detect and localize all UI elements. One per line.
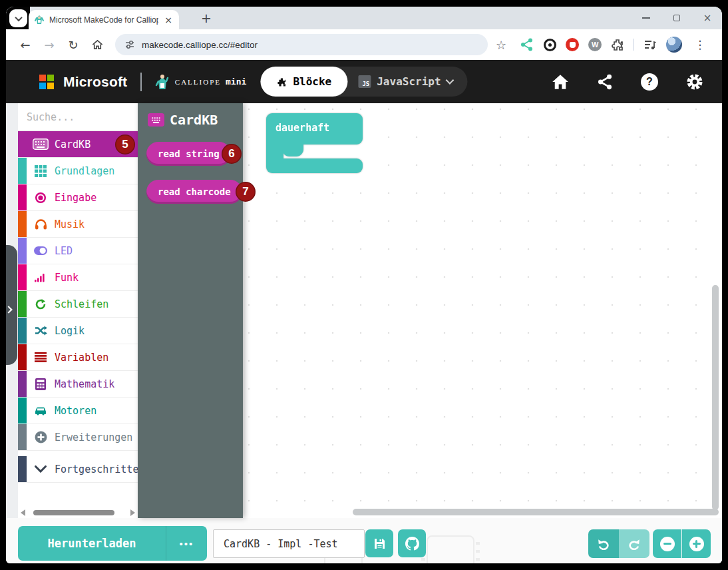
tab-close-button[interactable]: × xyxy=(163,15,174,25)
calliope-mini-wordmark: mini xyxy=(226,77,246,87)
shuffle-icon xyxy=(27,326,55,336)
settings-gear-icon[interactable] xyxy=(686,73,703,91)
scroll-right-arrow-icon[interactable] xyxy=(130,509,135,516)
tab-title: Microsoft MakeCode for Calliop xyxy=(49,15,158,25)
home-button[interactable] xyxy=(87,35,107,55)
sidebar-item-funk[interactable]: Funk xyxy=(18,264,138,291)
microsoft-logo-icon xyxy=(39,75,54,89)
search-input[interactable] xyxy=(18,111,138,123)
canvas-horizontal-scrollbar[interactable] xyxy=(353,509,719,515)
close-button[interactable]: × xyxy=(702,13,713,23)
sidebar-item-variablen[interactable]: Variablen xyxy=(18,344,138,371)
sidebar-item-erweiterungen[interactable]: Erweiterungen xyxy=(18,424,138,451)
wordpress-extension-icon[interactable]: W xyxy=(588,38,602,51)
reading-list-icon[interactable] xyxy=(643,38,657,51)
brand-area: Microsoft CALLIOPE mini xyxy=(39,73,246,91)
new-tab-button[interactable]: + xyxy=(198,9,215,27)
category-stripe xyxy=(18,131,27,157)
category-stripe xyxy=(18,291,27,317)
sidebar-item-motoren[interactable]: Motoren xyxy=(18,398,138,424)
bookmark-star-icon[interactable]: ☆ xyxy=(496,38,506,52)
tab-search-button[interactable] xyxy=(9,9,27,27)
sidebar-item-label: CardKB xyxy=(55,139,91,150)
adblock-extension-icon[interactable] xyxy=(566,38,579,51)
redo-button[interactable] xyxy=(619,529,649,558)
sidebar-item-eingabe[interactable]: Eingabe xyxy=(18,184,138,211)
help-icon[interactable]: ? xyxy=(641,73,658,91)
address-bar[interactable]: makecode.calliope.cc/#editor xyxy=(115,34,488,55)
authenticator-extension-icon[interactable] xyxy=(544,39,556,51)
category-stripe xyxy=(18,424,27,450)
tutorial-badge-6: 6 xyxy=(222,144,242,164)
sidebar-item-logik[interactable]: Logik xyxy=(18,318,138,344)
github-button[interactable] xyxy=(398,529,426,557)
sidebar-item-led[interactable]: LED xyxy=(18,238,138,264)
makecode-header: Microsoft CALLIOPE mini xyxy=(6,60,722,103)
js-icon: JS xyxy=(358,75,371,88)
zoom-in-button[interactable] xyxy=(682,529,711,558)
flyout-header: CardKB xyxy=(148,112,218,128)
block-read-string[interactable]: read string xyxy=(146,142,231,166)
browser-tab[interactable]: Microsoft MakeCode for Calliop × xyxy=(29,10,179,29)
back-button[interactable]: ← xyxy=(15,35,35,55)
maximize-button[interactable] xyxy=(671,13,682,23)
block-notch xyxy=(282,144,303,156)
simulator-expand-handle[interactable] xyxy=(6,245,17,365)
category-stripe xyxy=(18,264,27,290)
save-button[interactable] xyxy=(365,529,393,557)
sidebar-item-label: Funk xyxy=(55,272,79,284)
block-shape xyxy=(266,158,363,173)
download-more-button[interactable]: ••• xyxy=(166,526,207,561)
calliope-wordmark: CALLIOPE xyxy=(175,78,221,86)
minimize-button[interactable] xyxy=(641,13,651,23)
sidebar-item-musik[interactable]: Musik xyxy=(18,211,138,238)
calliope-brand: CALLIOPE mini xyxy=(155,73,246,91)
undo-button[interactable] xyxy=(588,529,619,558)
scroll-left-arrow-icon[interactable] xyxy=(21,509,25,516)
extensions-puzzle-icon[interactable] xyxy=(611,38,624,51)
maximize-icon xyxy=(673,15,680,21)
toolbox-flyout: CardKB read string 6 read charcode 7 xyxy=(138,103,243,518)
sidebar-item-schleifen[interactable]: Schleifen xyxy=(18,291,138,318)
minus-circle-icon xyxy=(660,537,675,551)
headphones-icon xyxy=(27,218,55,230)
blocks-tab-label: Blöcke xyxy=(293,75,331,88)
category-stripe xyxy=(18,318,27,344)
download-label: Herunterladen xyxy=(18,526,166,561)
reload-button[interactable]: ↻ xyxy=(63,35,83,55)
sidebar-item-grundlagen[interactable]: Grundlagen xyxy=(18,158,138,184)
calliope-logo-icon xyxy=(155,73,170,91)
home-icon[interactable] xyxy=(552,74,569,90)
share-extension-icon[interactable] xyxy=(520,37,534,52)
sidebar-horizontal-scrollbar[interactable] xyxy=(18,507,138,518)
javascript-tab[interactable]: JS JavaScript xyxy=(347,75,467,88)
sidebar-item-label: Logik xyxy=(55,325,85,337)
save-floppy-icon xyxy=(373,537,386,550)
editor-mode-toggle: Blöcke JS JavaScript xyxy=(260,67,467,97)
toolbox-search[interactable] xyxy=(18,103,138,131)
sidebar-item-fortgeschritten[interactable]: Fortgeschritten xyxy=(18,456,138,483)
profile-avatar[interactable] xyxy=(666,37,682,53)
toolbar-divider xyxy=(634,39,634,51)
zoom-out-button[interactable] xyxy=(653,529,681,558)
block-read-charcode[interactable]: read charcode xyxy=(146,180,242,204)
share-icon[interactable] xyxy=(597,74,613,90)
chevron-down-icon xyxy=(27,465,55,473)
sidebar-item-mathematik[interactable]: Mathematik xyxy=(18,371,138,398)
microsoft-wordmark: Microsoft xyxy=(63,74,127,90)
browser-menu-kebab-icon[interactable]: ⋮ xyxy=(691,38,708,51)
loop-icon xyxy=(27,298,55,310)
forward-button[interactable]: → xyxy=(39,35,59,55)
project-name-input[interactable] xyxy=(213,529,365,558)
scrollbar-thumb[interactable] xyxy=(33,510,114,515)
sidebar-item-cardkb[interactable]: CardKB 5 xyxy=(18,131,138,158)
forever-block[interactable]: dauerhaft xyxy=(266,113,363,173)
blocks-tab[interactable]: Blöcke xyxy=(260,67,347,97)
workspace-canvas[interactable]: dauerhaft xyxy=(243,103,722,518)
toolbox-sidebar: CardKB 5 Grundlagen Eingabe xyxy=(18,103,138,518)
url-text: makecode.calliope.cc/#editor xyxy=(142,40,258,50)
sidebar-item-label: Mathematik xyxy=(55,378,114,390)
canvas-vertical-scrollbar[interactable] xyxy=(712,285,719,510)
toggle-icon xyxy=(27,246,55,255)
download-button[interactable]: Herunterladen ••• xyxy=(18,526,207,561)
